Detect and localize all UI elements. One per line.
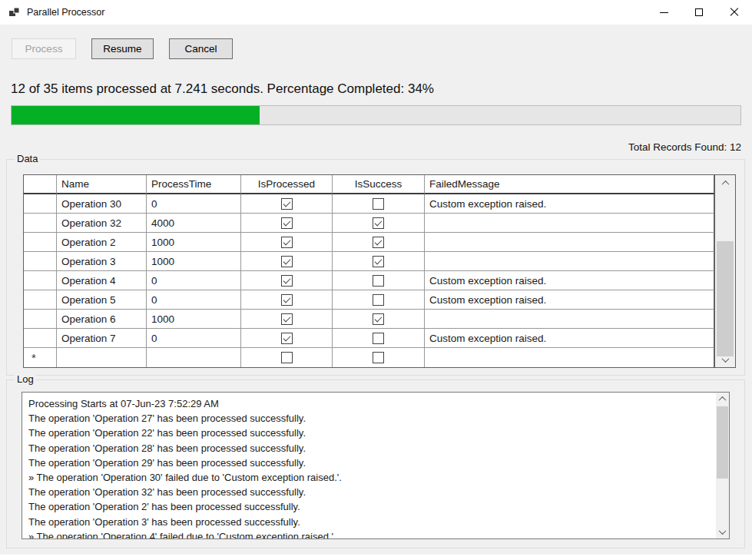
cell-process-time[interactable]: 1000 [147, 233, 241, 252]
process-button[interactable]: Process [12, 38, 76, 59]
cell-name[interactable]: Operation 5 [57, 290, 147, 310]
row-header-cell[interactable] [24, 329, 57, 348]
cell-process-time[interactable]: 0 [147, 194, 241, 214]
checkbox-icon[interactable] [373, 198, 384, 210]
cell-failed-message[interactable] [425, 310, 714, 329]
cell-process-time[interactable]: 4000 [147, 214, 241, 233]
scroll-down-button[interactable] [716, 525, 729, 538]
cell-failed-message[interactable] [425, 252, 714, 271]
maximize-button[interactable] [681, 0, 717, 25]
checkbox-icon[interactable] [281, 333, 293, 344]
header-is-success[interactable]: IsSuccess [333, 175, 425, 194]
chevron-down-icon [719, 527, 727, 535]
cell-is-processed[interactable] [241, 290, 333, 310]
row-header-cell[interactable] [24, 233, 57, 252]
log-line: The operation 'Operation 28' has been pr… [28, 441, 716, 456]
cell-failed-message[interactable] [425, 233, 714, 252]
log-group-label: Log [15, 373, 36, 385]
checkbox-icon[interactable] [281, 352, 293, 363]
checkbox-icon[interactable] [281, 275, 293, 287]
cell-failed-message[interactable] [425, 214, 714, 233]
log-textbox[interactable]: Processing Starts at 07-Jun-23 7:52:29 A… [22, 392, 730, 539]
scroll-up-button[interactable] [716, 393, 729, 406]
cell-is-processed[interactable] [241, 310, 333, 329]
cell-is-success[interactable] [333, 252, 425, 271]
checkbox-icon[interactable] [373, 237, 384, 248]
grid-vertical-scrollbar[interactable] [714, 175, 735, 367]
header-process-time[interactable]: ProcessTime [147, 175, 241, 194]
cell-name[interactable] [57, 348, 147, 367]
row-header-cell[interactable] [24, 271, 57, 290]
cell-is-success[interactable] [333, 290, 425, 310]
table-row: Operation 4 0 Custom exception raised. [24, 271, 714, 290]
checkbox-icon[interactable] [281, 198, 293, 210]
cell-failed-message[interactable]: Custom exception raised. [425, 271, 714, 290]
cell-process-time[interactable]: 1000 [147, 310, 241, 329]
checkbox-icon[interactable] [281, 256, 293, 267]
cell-failed-message[interactable]: Custom exception raised. [425, 290, 714, 310]
cell-process-time[interactable]: 0 [147, 329, 241, 348]
cell-name[interactable]: Operation 3 [57, 252, 147, 271]
cell-name[interactable]: Operation 30 [57, 194, 147, 214]
row-header-cell[interactable]: * [24, 348, 57, 367]
cell-is-processed[interactable] [241, 329, 333, 348]
row-header-cell[interactable] [24, 310, 57, 329]
scrollbar-thumb[interactable] [717, 241, 734, 356]
log-vertical-scrollbar[interactable] [716, 393, 729, 538]
checkbox-icon[interactable] [373, 256, 384, 267]
row-header-cell[interactable] [24, 194, 57, 214]
cell-name[interactable]: Operation 7 [57, 329, 147, 348]
cell-is-processed[interactable] [241, 194, 333, 214]
cancel-button[interactable]: Cancel [169, 38, 233, 59]
checkbox-icon[interactable] [373, 294, 384, 306]
table-new-row: * [24, 348, 714, 367]
checkbox-icon[interactable] [281, 294, 293, 306]
cell-name[interactable]: Operation 32 [57, 214, 147, 233]
scroll-up-button[interactable] [715, 175, 735, 191]
cell-failed-message[interactable] [425, 348, 714, 367]
minimize-button[interactable] [646, 0, 681, 25]
header-name[interactable]: Name [57, 175, 147, 194]
cell-is-success[interactable] [333, 271, 425, 290]
checkbox-icon[interactable] [373, 313, 384, 325]
cell-failed-message[interactable]: Custom exception raised. [425, 329, 714, 348]
scrollbar-thumb[interactable] [717, 406, 728, 479]
row-header-cell[interactable] [24, 214, 57, 233]
checkbox-icon[interactable] [281, 313, 293, 325]
header-is-processed[interactable]: IsProcessed [241, 175, 333, 194]
checkbox-icon[interactable] [373, 333, 384, 344]
checkbox-icon[interactable] [281, 237, 293, 248]
cell-is-success[interactable] [333, 329, 425, 348]
header-failed-message[interactable]: FailedMessage [425, 175, 714, 194]
cell-is-success[interactable] [333, 348, 425, 367]
checkbox-icon[interactable] [373, 275, 384, 287]
checkbox-icon[interactable] [373, 352, 384, 363]
resume-button[interactable]: Resume [91, 38, 154, 59]
cell-name[interactable]: Operation 2 [57, 233, 147, 252]
cell-is-success[interactable] [333, 214, 425, 233]
cell-name[interactable]: Operation 4 [57, 271, 147, 290]
cell-is-processed[interactable] [241, 233, 333, 252]
cell-is-success[interactable] [333, 194, 425, 214]
header-row-selector[interactable] [24, 175, 57, 194]
checkbox-icon[interactable] [281, 217, 293, 229]
cell-is-processed[interactable] [241, 271, 333, 290]
row-header-cell[interactable] [24, 252, 57, 271]
cell-is-processed[interactable] [241, 214, 333, 233]
cell-is-processed[interactable] [241, 252, 333, 271]
cell-process-time[interactable]: 0 [147, 290, 241, 310]
cell-is-success[interactable] [333, 310, 425, 329]
row-header-cell[interactable] [24, 290, 57, 310]
cell-failed-message[interactable]: Custom exception raised. [425, 194, 714, 214]
cell-is-success[interactable] [333, 233, 425, 252]
log-line: » The operation 'Operation 4' failed due… [28, 529, 716, 538]
close-button[interactable] [717, 0, 752, 25]
checkbox-icon[interactable] [373, 217, 384, 229]
cell-process-time[interactable]: 1000 [147, 252, 241, 271]
cell-process-time[interactable] [147, 348, 241, 367]
cell-is-processed[interactable] [241, 348, 333, 367]
cell-name[interactable]: Operation 6 [57, 310, 147, 329]
cell-process-time[interactable]: 0 [147, 271, 241, 290]
table-row: Operation 2 1000 [24, 233, 714, 252]
scroll-down-button[interactable] [715, 352, 735, 367]
